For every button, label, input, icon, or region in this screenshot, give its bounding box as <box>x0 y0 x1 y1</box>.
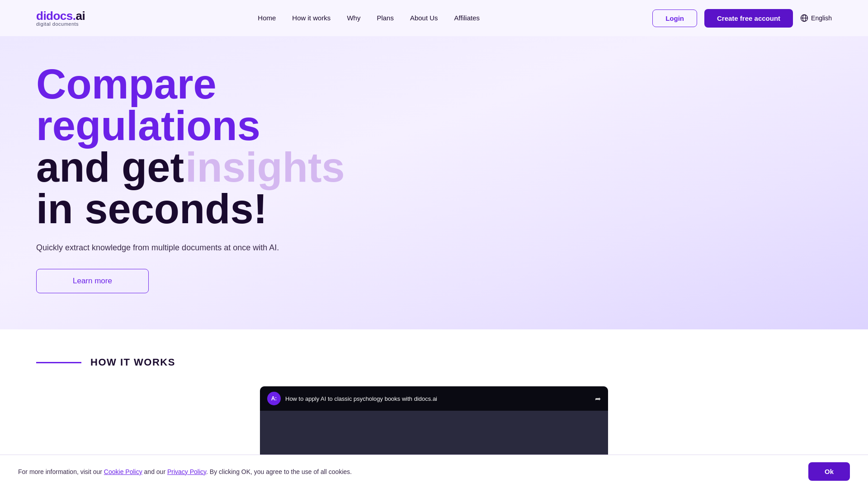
cookie-text-between: and our <box>142 468 167 475</box>
section-line-decoration <box>36 362 81 363</box>
cookie-text-after: . By clicking OK, you agree to the use o… <box>206 468 352 475</box>
learn-more-button[interactable]: Learn more <box>36 269 149 293</box>
nav-item-how-it-works[interactable]: How it works <box>292 14 330 22</box>
cookie-banner: For more information, visit our Cookie P… <box>0 455 868 488</box>
cookie-policy-link[interactable]: Cookie Policy <box>104 468 142 475</box>
section-title: HOW IT WORKS <box>90 357 175 368</box>
hero-title-line3: in seconds! <box>36 188 407 230</box>
video-channel-avatar: A: <box>267 392 281 405</box>
cookie-text-before: For more information, visit our <box>18 468 104 475</box>
hero-subtitle: Quickly extract knowledge from multiple … <box>36 243 407 253</box>
logo-tagline: digital documents <box>36 22 85 27</box>
nav-item-plans[interactable]: Plans <box>377 14 394 22</box>
video-bar-left: A: How to apply AI to classic psychology… <box>267 392 437 405</box>
language-selector[interactable]: English <box>800 14 832 22</box>
create-account-button[interactable]: Create free account <box>704 9 793 28</box>
globe-icon <box>800 14 808 22</box>
hero-section: Compare regulations and get insights in … <box>0 36 868 329</box>
logo-suffix: ai <box>76 9 85 23</box>
nav-item-why[interactable]: Why <box>347 14 360 22</box>
section-header: HOW IT WORKS <box>36 357 832 368</box>
logo-name: didocs.ai <box>36 10 85 22</box>
video-share-icon[interactable]: ➦ <box>595 394 601 403</box>
hero-title-insights: insights <box>185 146 345 188</box>
logo-prefix: didocs. <box>36 9 76 23</box>
nav-links: Home How it works Why Plans About Us Aff… <box>258 14 480 22</box>
hero-title-line2-main: and get <box>36 144 184 190</box>
login-button[interactable]: Login <box>652 9 697 27</box>
video-title: How to apply AI to classic psychology bo… <box>285 395 437 402</box>
cookie-ok-button[interactable]: Ok <box>808 462 850 481</box>
hero-title-line2: and get insights <box>36 146 407 188</box>
hero-title: Compare regulations and get insights in … <box>36 63 407 230</box>
nav-item-affiliates[interactable]: Affiliates <box>454 14 480 22</box>
logo[interactable]: didocs.ai digital documents <box>36 10 85 27</box>
cookie-text: For more information, visit our Cookie P… <box>18 468 352 475</box>
navbar: didocs.ai digital documents Home How it … <box>0 0 868 36</box>
privacy-policy-link[interactable]: Privacy Policy <box>167 468 206 475</box>
nav-actions: Login Create free account English <box>652 9 832 28</box>
hero-title-line1: Compare regulations <box>36 63 407 146</box>
language-label: English <box>811 14 832 22</box>
nav-item-about[interactable]: About Us <box>410 14 438 22</box>
hero-content: Compare regulations and get insights in … <box>36 63 407 293</box>
nav-item-home[interactable]: Home <box>258 14 276 22</box>
video-bar: A: How to apply AI to classic psychology… <box>260 386 608 411</box>
